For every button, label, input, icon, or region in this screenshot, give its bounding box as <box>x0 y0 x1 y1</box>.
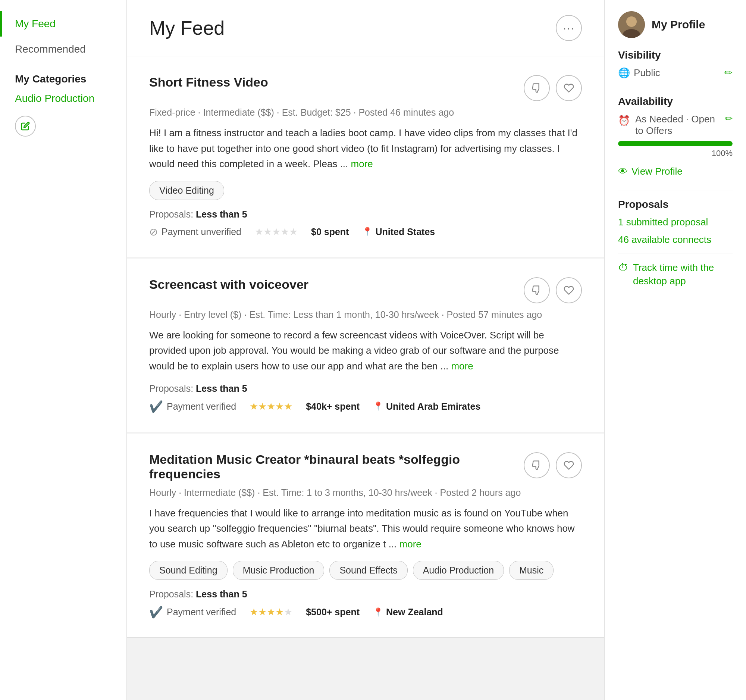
card-actions-3 <box>524 452 582 478</box>
tag-music-production[interactable]: Music Production <box>233 561 325 580</box>
tag-video-editing[interactable]: Video Editing <box>149 181 224 200</box>
right-panel: My Profile Visibility 🌐 Public ✏ Availab… <box>604 0 746 700</box>
save-button-2[interactable] <box>556 277 582 303</box>
payment-badge-3: ✔️ Payment verified <box>149 605 236 619</box>
tag-sound-effects[interactable]: Sound Effects <box>329 561 407 580</box>
proposals-section-label: Proposals <box>618 199 732 211</box>
divider-2 <box>618 191 732 191</box>
stars-1: ★★★★★ <box>255 226 298 238</box>
track-time-row: ⏱ Track time with the desktop app <box>618 261 732 288</box>
profile-name: My Profile <box>652 18 705 31</box>
proposals-3: Proposals: Less than 5 <box>149 589 582 600</box>
location-2: 📍 United Arab Emirates <box>373 401 480 412</box>
job-tags-1: Video Editing <box>149 181 582 200</box>
progress-label: 100% <box>618 149 732 158</box>
dislike-button-2[interactable] <box>524 277 550 303</box>
job-desc-2: We are looking for someone to record a f… <box>149 328 582 374</box>
payment-label-1: Payment unverified <box>161 226 241 237</box>
job-desc-3: I have frequencies that I would like to … <box>149 506 582 552</box>
more-link-2[interactable]: more <box>451 360 473 372</box>
more-link-3[interactable]: more <box>400 539 421 549</box>
payment-badge-2: ✔️ Payment verified <box>149 400 236 413</box>
spent-2: $40k+ spent <box>306 401 359 412</box>
proposals-2: Proposals: Less than 5 <box>149 383 582 394</box>
job-card-2: Screencast with voiceover Ho <box>127 259 604 432</box>
job-title-2[interactable]: Screencast with voiceover <box>149 277 308 292</box>
edit-categories-button[interactable] <box>15 116 36 137</box>
payment-badge-1: ⊘ Payment unverified <box>149 226 241 238</box>
tag-sound-editing[interactable]: Sound Editing <box>149 561 227 580</box>
sidebar-categories-title: My Categories <box>0 62 126 89</box>
sidebar-item-myfeed[interactable]: My Feed <box>0 11 126 36</box>
unverified-icon-1: ⊘ <box>149 226 158 238</box>
job-meta-1: Fixed-price · Intermediate ($$) · Est. B… <box>149 107 582 118</box>
main-header: My Feed ··· <box>127 0 604 56</box>
job-footer-2: ✔️ Payment verified ★★★★★ $40k+ spent 📍 … <box>149 400 582 413</box>
profile-progress-bar <box>618 141 732 146</box>
track-time-link[interactable]: Track time with the desktop app <box>633 261 732 288</box>
job-tags-3: Sound Editing Music Production Sound Eff… <box>149 561 582 580</box>
save-button-1[interactable] <box>556 75 582 101</box>
job-title-1[interactable]: Short Fitness Video <box>149 75 268 90</box>
proposals-1: Proposals: Less than 5 <box>149 209 582 220</box>
visibility-public: 🌐 Public <box>618 67 660 79</box>
proposals-section: Proposals 1 submitted proposal 46 availa… <box>618 199 732 245</box>
visibility-section-label: Visibility <box>618 49 732 61</box>
availability-section-label: Availability <box>618 95 732 107</box>
divider-3 <box>618 253 732 253</box>
payment-label-3: Payment verified <box>167 607 236 617</box>
submitted-proposal-link[interactable]: 1 submitted proposal <box>618 217 732 228</box>
main-content: My Feed ··· Short Fitness Video <box>127 0 604 700</box>
availability-row: ⏰ As Needed · Open to Offers ✏ <box>618 113 732 137</box>
card-actions-2 <box>524 277 582 303</box>
location-3: 📍 New Zealand <box>373 607 443 617</box>
dislike-button-1[interactable] <box>524 75 550 101</box>
location-1: 📍 United States <box>362 226 435 237</box>
more-dots-icon: ··· <box>563 22 575 34</box>
edit-availability-icon[interactable]: ✏ <box>725 113 732 124</box>
visibility-value: Public <box>634 67 660 79</box>
svg-point-4 <box>626 17 637 27</box>
availability-section: Availability ⏰ As Needed · Open to Offer… <box>618 95 732 158</box>
card-actions-1 <box>524 75 582 101</box>
save-button-3[interactable] <box>556 452 582 478</box>
job-meta-2: Hourly · Entry level ($) · Est. Time: Le… <box>149 309 582 320</box>
sidebar-recommended-label: Recommended <box>15 43 86 55</box>
sidebar-myfeed-label: My Feed <box>15 18 56 30</box>
job-card-3: Meditation Music Creator *binaural beats… <box>127 434 604 638</box>
stars-2: ★★★★★ <box>250 401 292 412</box>
view-profile-link[interactable]: 👁 View Profile <box>618 166 732 177</box>
sidebar-category-audio[interactable]: Audio Production <box>0 89 126 108</box>
eye-icon: 👁 <box>618 166 628 177</box>
profile-progress-fill <box>618 141 732 146</box>
spent-3: $500+ spent <box>306 607 359 617</box>
job-title-3[interactable]: Meditation Music Creator *binaural beats… <box>149 452 516 481</box>
job-footer-3: ✔️ Payment verified ★★★★★ $500+ spent 📍 … <box>149 605 582 619</box>
dislike-button-3[interactable] <box>524 452 550 478</box>
availability-value: As Needed · Open to Offers <box>635 113 720 137</box>
job-card-1: Short Fitness Video Fixed-pr <box>127 56 604 257</box>
verified-icon-2: ✔️ <box>149 400 163 413</box>
tag-audio-production[interactable]: Audio Production <box>413 561 504 580</box>
edit-visibility-icon[interactable]: ✏ <box>724 67 732 79</box>
job-meta-3: Hourly · Intermediate ($$) · Est. Time: … <box>149 487 582 498</box>
track-time-icon: ⏱ <box>618 262 629 274</box>
job-desc-1: Hi! I am a fitness instructor and teach … <box>149 125 582 172</box>
clock-availability-icon: ⏰ <box>618 115 630 126</box>
more-link-1[interactable]: more <box>351 158 373 169</box>
payment-label-2: Payment verified <box>167 401 236 412</box>
divider-1 <box>618 88 732 88</box>
profile-header: My Profile <box>618 11 732 38</box>
visibility-row: 🌐 Public ✏ <box>618 67 732 79</box>
avatar <box>618 11 645 38</box>
page-title: My Feed <box>149 17 224 39</box>
globe-icon: 🌐 <box>618 67 630 79</box>
job-footer-1: ⊘ Payment unverified ★★★★★ $0 spent 📍 Un… <box>149 226 582 238</box>
spent-1: $0 spent <box>311 226 349 237</box>
sidebar-item-recommended[interactable]: Recommended <box>0 36 126 62</box>
available-connects-link[interactable]: 46 available connects <box>618 234 732 245</box>
stars-3: ★★★★★ <box>250 606 292 618</box>
more-options-button[interactable]: ··· <box>556 15 582 41</box>
tag-music[interactable]: Music <box>509 561 553 580</box>
sidebar: My Feed Recommended My Categories Audio … <box>0 0 127 700</box>
